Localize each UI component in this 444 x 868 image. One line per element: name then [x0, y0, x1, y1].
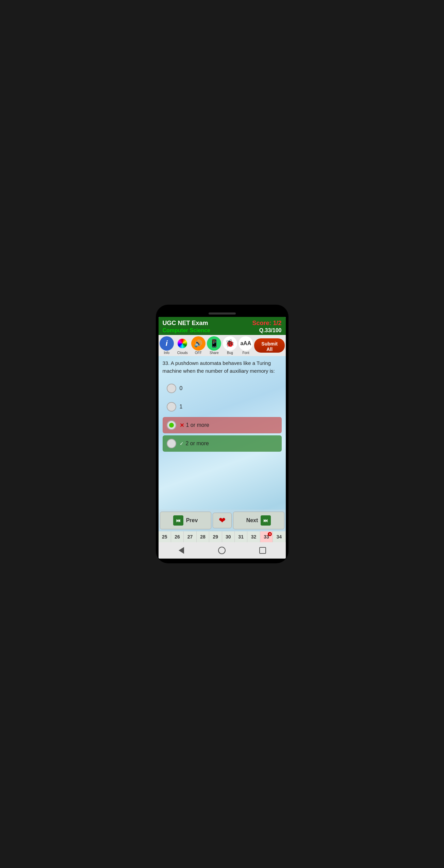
submit-all-button[interactable]: Submit All — [254, 338, 285, 353]
toolbar-bug[interactable]: 🐞 Bug — [223, 336, 238, 355]
q-33[interactable]: 33 ✕ — [260, 531, 273, 542]
q-32[interactable]: 32 — [247, 531, 260, 542]
q-34[interactable]: 34 — [273, 531, 285, 542]
header-top: UGC NET Exam Score: 1/2 — [163, 320, 282, 327]
home-icon — [218, 547, 226, 554]
header: UGC NET Exam Score: 1/2 Computer Science… — [159, 317, 286, 335]
toolbar-clouds[interactable]: Clouds — [175, 336, 190, 355]
colors-icon — [175, 336, 190, 351]
q-29[interactable]: 29 — [209, 531, 222, 542]
radio-d — [167, 439, 176, 448]
next-button[interactable]: Next ⏭ — [233, 512, 284, 529]
q-30[interactable]: 30 — [222, 531, 235, 542]
status-bar — [159, 311, 286, 316]
sound-label: OFF — [195, 351, 202, 355]
q-28[interactable]: 28 — [197, 531, 209, 542]
q-26[interactable]: 26 — [171, 531, 184, 542]
q-25[interactable]: 25 — [159, 531, 171, 542]
recents-button[interactable] — [257, 545, 268, 556]
radio-a — [167, 384, 176, 393]
home-button[interactable] — [216, 545, 227, 556]
back-icon — [179, 547, 184, 554]
next-icon: ⏭ — [261, 515, 271, 526]
options-list: 0 1 ✕ 1 or more — [163, 380, 282, 452]
q-27[interactable]: 27 — [184, 531, 196, 542]
question-area: 33. A pushdown automata behaves like a T… — [159, 356, 286, 455]
system-nav — [159, 542, 286, 559]
share-label: Share — [210, 351, 219, 355]
prev-button[interactable]: ⏮ Prev — [160, 512, 211, 529]
notch — [209, 312, 236, 315]
score-display: Score: 1/2 — [252, 320, 281, 327]
wrong-mark: ✕ — [180, 422, 184, 429]
back-button[interactable] — [176, 545, 187, 556]
prev-label: Prev — [186, 517, 198, 524]
subject-title: Computer Science — [163, 327, 210, 334]
radio-c-inner — [169, 423, 174, 428]
font-icon: aAA — [239, 336, 253, 351]
info-label: Info — [164, 351, 169, 355]
bug-label: Bug — [227, 351, 233, 355]
bug-icon: 🐞 — [223, 336, 237, 351]
q-31[interactable]: 31 — [235, 531, 247, 542]
radio-b — [167, 402, 176, 412]
info-icon: i — [160, 336, 174, 351]
option-a-label: 0 — [180, 385, 183, 391]
recents-icon — [259, 547, 266, 554]
font-label: Font — [242, 351, 249, 355]
toolbar-font[interactable]: aAA Font — [238, 336, 253, 355]
favorite-button[interactable]: ❤ — [213, 513, 232, 528]
prev-icon: ⏮ — [173, 515, 183, 526]
question-text: 33. A pushdown automata behaves like a T… — [163, 359, 282, 375]
share-icon: 📱 — [207, 336, 221, 351]
nav-bar: ⏮ Prev ❤ Next ⏭ — [159, 510, 286, 531]
heart-icon: ❤ — [219, 516, 226, 525]
app-title: UGC NET Exam — [163, 320, 208, 327]
toolbar: i Info Clouds 🔊 OFF 📱 Share — [159, 335, 286, 356]
error-badge: ✕ — [268, 532, 272, 536]
option-d-label: ✓ 2 or more — [180, 440, 209, 447]
next-label: Next — [246, 517, 258, 524]
radio-c — [167, 420, 176, 430]
option-d[interactable]: ✓ 2 or more — [163, 435, 282, 452]
toolbar-share[interactable]: 📱 Share — [207, 336, 222, 355]
option-b[interactable]: 1 — [163, 399, 282, 415]
sound-icon: 🔊 — [191, 336, 205, 351]
option-a[interactable]: 0 — [163, 380, 282, 397]
toolbar-sound[interactable]: 🔊 OFF — [191, 336, 206, 355]
option-c[interactable]: ✕ 1 or more — [163, 417, 282, 433]
header-bottom: Computer Science Q.33/100 — [163, 327, 282, 334]
toolbar-info[interactable]: i Info — [159, 336, 175, 355]
app-container: UGC NET Exam Score: 1/2 Computer Science… — [159, 317, 286, 559]
clouds-label: Clouds — [177, 351, 188, 355]
phone-frame: UGC NET Exam Score: 1/2 Computer Science… — [156, 305, 289, 563]
correct-mark: ✓ — [180, 441, 184, 446]
option-c-label: ✕ 1 or more — [180, 422, 209, 429]
option-b-label: 1 — [180, 404, 183, 410]
question-nav: 25 26 27 28 29 30 31 32 33 ✕ 34 — [159, 531, 286, 542]
question-number: Q.33/100 — [259, 327, 282, 334]
